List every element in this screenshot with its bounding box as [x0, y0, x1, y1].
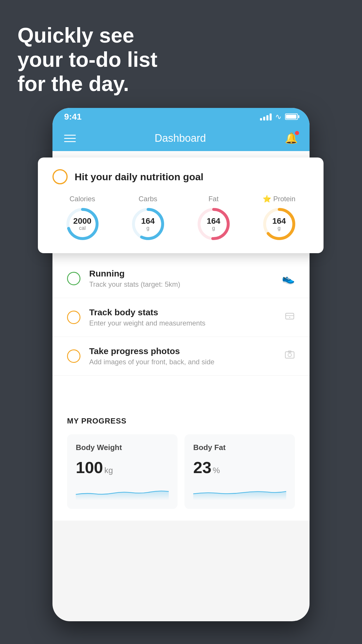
status-bar: 9:41 ∿	[52, 108, 310, 125]
protein-label-text: Protein	[273, 195, 295, 203]
body-fat-chart	[193, 483, 286, 500]
body-weight-unit: kg	[104, 466, 113, 475]
progress-cards: Body Weight 100 kg	[67, 434, 295, 509]
todo-subtitle-body-stats: Enter your weight and measurements	[89, 319, 276, 327]
hamburger-menu[interactable]	[64, 135, 76, 142]
progress-card-weight-value-row: 100 kg	[76, 458, 169, 477]
body-weight-value: 100	[76, 458, 103, 477]
todo-circle-body-stats	[67, 311, 80, 324]
todo-item-photos[interactable]: Take progress photos Add images of your …	[52, 337, 310, 376]
nutrition-calories: Calories 2000 cal	[65, 195, 100, 242]
protein-ring: 164 g	[262, 206, 297, 242]
notification-bell[interactable]: 🔔	[285, 132, 298, 144]
progress-card-weight[interactable]: Body Weight 100 kg	[67, 434, 178, 509]
card-check-circle	[52, 169, 68, 184]
calories-unit: cal	[73, 225, 91, 231]
body-fat-unit: %	[213, 466, 220, 475]
todo-content-photos: Take progress photos Add images of your …	[89, 346, 276, 366]
progress-card-bodyfat-title: Body Fat	[193, 443, 286, 452]
status-icons: ∿	[260, 112, 298, 121]
star-icon: ⭐	[263, 195, 271, 203]
progress-card-bodyfat-value-row: 23 %	[193, 458, 286, 477]
todo-item-body-stats[interactable]: Track body stats Enter your weight and m…	[52, 298, 310, 337]
progress-section: MY PROGRESS Body Weight 100 kg	[52, 399, 310, 521]
photo-icon	[284, 350, 295, 363]
svg-point-2	[289, 317, 290, 318]
fat-ring: 164 g	[196, 206, 231, 242]
protein-unit: g	[272, 225, 286, 231]
svg-point-4	[288, 353, 291, 357]
status-time: 9:41	[64, 112, 82, 122]
shoe-icon: 👟	[282, 272, 295, 285]
todo-title-photos: Take progress photos	[89, 346, 276, 356]
progress-card-bodyfat[interactable]: Body Fat 23 %	[184, 434, 295, 509]
featured-card[interactable]: Hit your daily nutrition goal Calories 2…	[38, 158, 324, 253]
nav-title: Dashboard	[154, 132, 206, 144]
protein-value: 164	[272, 217, 286, 225]
calories-ring: 2000 cal	[65, 206, 100, 242]
calories-value: 2000	[73, 217, 91, 225]
todo-circle-photos	[67, 349, 80, 363]
fat-label: Fat	[208, 195, 219, 203]
carbs-ring: 164 g	[131, 206, 166, 242]
todo-title-body-stats: Track body stats	[89, 307, 276, 317]
fat-value: 164	[207, 217, 220, 225]
todo-title-running: Running	[89, 269, 273, 279]
nutrition-grid: Calories 2000 cal Carbs	[52, 195, 309, 242]
calories-label: Calories	[69, 195, 95, 203]
carbs-unit: g	[141, 225, 155, 231]
card-title-row: Hit your daily nutrition goal	[52, 169, 309, 184]
progress-card-weight-title: Body Weight	[76, 443, 169, 452]
todo-item-running[interactable]: Running Track your stats (target: 5km) 👟	[52, 259, 310, 298]
nutrition-protein: ⭐ Protein 164 g	[262, 195, 297, 242]
signal-icon	[260, 113, 272, 120]
todo-content-running: Running Track your stats (target: 5km)	[89, 269, 273, 288]
todo-content-body-stats: Track body stats Enter your weight and m…	[89, 307, 276, 327]
todo-circle-running	[67, 272, 80, 285]
nav-bar: Dashboard 🔔	[52, 125, 310, 151]
svg-rect-0	[286, 313, 294, 319]
todo-subtitle-running: Track your stats (target: 5km)	[89, 280, 273, 288]
todo-subtitle-photos: Add images of your front, back, and side	[89, 358, 276, 366]
carbs-label: Carbs	[138, 195, 157, 203]
wifi-icon: ∿	[275, 112, 282, 121]
nutrition-fat: Fat 164 g	[196, 195, 231, 242]
protein-label-star: ⭐ Protein	[263, 195, 295, 203]
card-title: Hit your daily nutrition goal	[75, 171, 203, 183]
progress-header: MY PROGRESS	[67, 416, 295, 426]
nutrition-carbs: Carbs 164 g	[131, 195, 166, 242]
battery-icon	[285, 113, 298, 120]
svg-rect-3	[285, 352, 294, 358]
carbs-value: 164	[141, 217, 155, 225]
body-fat-value: 23	[193, 458, 211, 477]
headline: Quickly see your to-do list for the day.	[17, 23, 157, 96]
body-weight-chart	[76, 483, 169, 500]
scale-icon	[284, 311, 295, 324]
fat-unit: g	[207, 225, 220, 231]
